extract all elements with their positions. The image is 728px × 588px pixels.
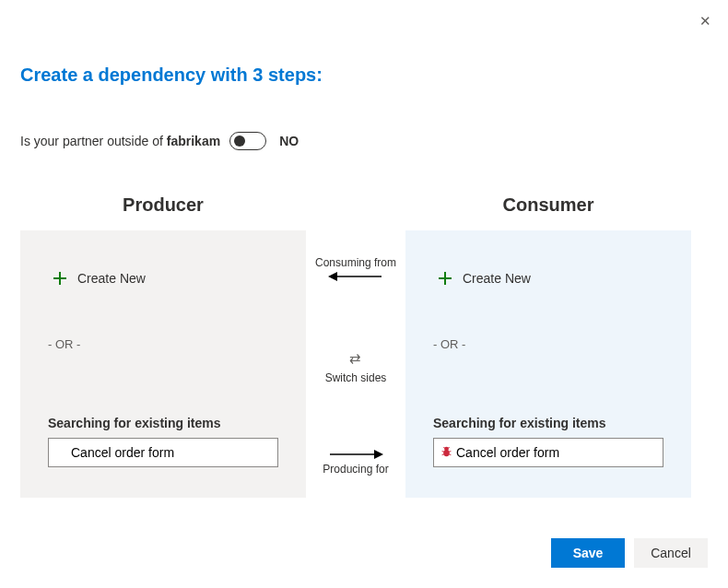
producer-heading: Producer (20, 194, 306, 216)
close-icon[interactable]: ✕ (699, 14, 711, 28)
consumer-create-new-button[interactable]: Create New (439, 271, 663, 286)
plus-icon (439, 272, 452, 285)
toggle-knob-icon (234, 135, 245, 147)
save-button[interactable]: Save (551, 538, 625, 568)
partner-outside-toggle[interactable] (229, 132, 266, 150)
producer-create-new-button[interactable]: Create New (53, 271, 278, 286)
switch-sides-icon[interactable]: ⇄ (349, 350, 361, 367)
svg-marker-3 (374, 450, 383, 459)
producer-or-separator: - OR - (48, 337, 278, 351)
consumer-create-new-label: Create New (463, 271, 531, 286)
consumer-search-label: Searching for existing items (433, 416, 663, 430)
consuming-from-label: Consuming from (315, 256, 396, 269)
arrow-left-icon (324, 269, 387, 284)
partner-outside-label: Is your partner outside of fabrikam (20, 134, 220, 148)
producer-create-new-label: Create New (77, 271, 146, 286)
plus-icon (53, 272, 66, 285)
consumer-panel: Consumer Create New - OR - Searching for… (405, 194, 691, 498)
dialog-footer: Save Cancel (551, 538, 708, 568)
consumer-heading: Consumer (405, 194, 691, 216)
dialog-content: Create a dependency with 3 steps: Is you… (0, 0, 728, 498)
producer-panel: Producer Create New - OR - Searching for… (20, 194, 306, 498)
partner-outside-row: Is your partner outside of fabrikam NO (20, 132, 708, 150)
partner-outside-toggle-state: NO (279, 134, 299, 148)
consumer-or-separator: - OR - (433, 337, 663, 351)
middle-column: Consuming from ⇄ Switch sides Producing … (306, 194, 405, 498)
switch-sides-label: Switch sides (325, 371, 387, 384)
panels-row: Producer Create New - OR - Searching for… (20, 194, 708, 498)
arrow-right-icon (324, 447, 387, 462)
producer-search-label: Searching for existing items (48, 416, 278, 430)
dialog-title: Create a dependency with 3 steps: (20, 65, 708, 86)
producing-for-label: Producing for (323, 463, 388, 476)
consumer-search-input[interactable] (433, 438, 663, 467)
cancel-button[interactable]: Cancel (634, 538, 708, 568)
producer-search-input[interactable] (48, 438, 278, 467)
svg-marker-1 (328, 272, 337, 281)
